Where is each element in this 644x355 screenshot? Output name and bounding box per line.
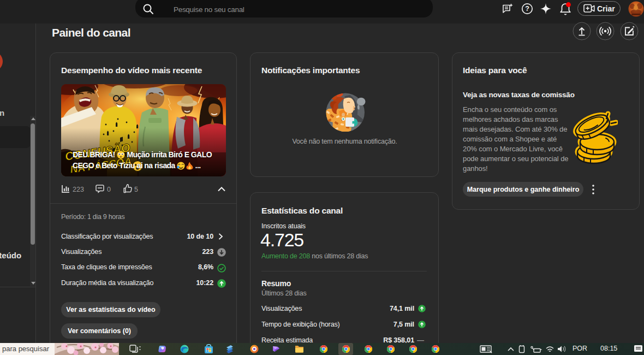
- svg-text:?: ?: [525, 5, 529, 13]
